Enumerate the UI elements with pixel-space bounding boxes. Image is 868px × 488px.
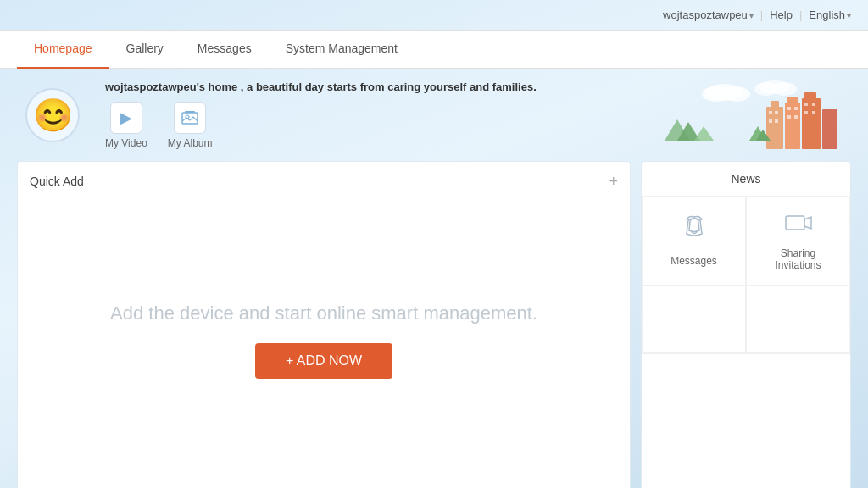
svg-rect-24	[794, 107, 798, 110]
username-text: wojtaspoztawpeu	[663, 8, 748, 21]
avatar-icon: 😊	[33, 97, 73, 134]
my-album-action[interactable]: My Album	[168, 102, 213, 149]
greeting-username: wojtaspoztawpeu	[105, 80, 197, 93]
news-item-empty-2	[746, 286, 850, 353]
svg-rect-15	[787, 97, 798, 105]
my-album-label: My Album	[168, 137, 213, 149]
quick-add-title: Quick Add	[30, 175, 84, 188]
language-text: English	[809, 8, 845, 21]
my-album-icon	[174, 102, 206, 134]
svg-point-8	[773, 82, 797, 96]
navbar: HomepageGalleryMessagesSystem Management	[0, 30, 868, 69]
help-link[interactable]: Help	[770, 8, 793, 21]
messages-icon	[682, 215, 707, 248]
separator-1: |	[760, 8, 763, 21]
navbar-item-messages[interactable]: Messages	[181, 30, 269, 69]
svg-rect-26	[794, 115, 798, 119]
my-video-action[interactable]: ▶ My Video	[105, 102, 147, 149]
svg-rect-29	[804, 111, 808, 114]
svg-rect-28	[812, 103, 815, 106]
svg-rect-21	[769, 119, 772, 123]
svg-rect-18	[822, 109, 837, 149]
svg-rect-23	[787, 107, 791, 110]
svg-rect-20	[775, 111, 778, 114]
svg-rect-13	[771, 101, 779, 109]
news-panel: News Messages	[641, 161, 851, 488]
quick-add-panel: Quick Add + Add the device and start onl…	[17, 161, 631, 488]
navbar-item-gallery[interactable]: Gallery	[109, 30, 181, 69]
sharing-icon	[784, 211, 813, 241]
news-item-sharing[interactable]: SharingInvitations	[746, 197, 850, 286]
quick-add-body: Add the device and start online smart ma…	[30, 197, 618, 482]
quick-add-plus-icon[interactable]: +	[609, 174, 618, 189]
svg-rect-1	[185, 111, 195, 113]
news-item-messages[interactable]: Messages	[642, 197, 746, 286]
username-dropdown-arrow: ▾	[749, 11, 754, 20]
svg-rect-14	[785, 103, 800, 149]
separator-2: |	[799, 8, 802, 21]
username-link[interactable]: wojtaspoztawpeu▾	[663, 8, 754, 21]
svg-rect-19	[769, 111, 772, 114]
svg-rect-25	[787, 115, 791, 119]
profile-banner: 😊 wojtaspoztawpeu's home , a beautiful d…	[0, 69, 868, 161]
sharing-label: SharingInvitations	[775, 247, 821, 271]
news-grid: Messages SharingInvitations	[642, 197, 850, 353]
svg-marker-11	[694, 126, 714, 141]
add-now-button[interactable]: + ADD NOW	[255, 343, 392, 379]
greeting-suffix: 's home , a beautiful day starts from ca…	[197, 80, 537, 93]
svg-rect-17	[804, 92, 816, 101]
navbar-item-homepage[interactable]: Homepage	[17, 30, 109, 69]
top-bar: wojtaspoztawpeu▾ | Help | English▾	[0, 0, 868, 30]
news-header: News	[642, 162, 850, 197]
my-video-label: My Video	[105, 137, 147, 149]
svg-rect-30	[812, 111, 815, 114]
messages-label: Messages	[670, 255, 717, 267]
svg-rect-22	[775, 119, 778, 123]
svg-rect-27	[804, 103, 808, 106]
main-content: Quick Add + Add the device and start onl…	[0, 161, 868, 488]
language-link[interactable]: English▾	[809, 8, 851, 21]
svg-rect-34	[786, 216, 804, 230]
my-video-icon: ▶	[110, 102, 142, 134]
svg-point-5	[723, 86, 750, 102]
language-dropdown-arrow: ▾	[847, 11, 851, 20]
news-item-empty-1	[642, 286, 746, 353]
quick-add-placeholder: Add the device and start online smart ma…	[110, 301, 537, 327]
news-bottom-area	[642, 353, 850, 488]
avatar: 😊	[25, 88, 80, 142]
city-illustration	[656, 77, 843, 153]
navbar-item-system-management[interactable]: System Management	[269, 30, 415, 69]
quick-add-header: Quick Add +	[30, 174, 618, 189]
